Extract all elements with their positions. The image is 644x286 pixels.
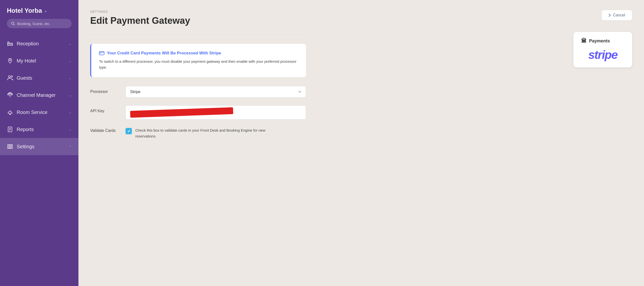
api-key-display[interactable] [126, 106, 306, 120]
validate-label: Validate Cards [90, 128, 120, 133]
search-bar[interactable]: Booking, Guest, etc. [7, 19, 72, 28]
payments-widget: 🏛 Payments stripe [574, 32, 632, 68]
guests-icon [7, 75, 13, 81]
svg-rect-13 [8, 144, 9, 148]
my-hotel-chevron-icon: ⌄ [69, 59, 72, 63]
sidebar-item-settings[interactable]: Settings ⌄ [0, 138, 78, 155]
processor-input-wrap: Stripe Braintree PayPal [126, 86, 306, 98]
svg-line-1 [14, 24, 15, 26]
bank-icon: 🏛 [581, 38, 587, 44]
bed-icon [7, 40, 13, 47]
sidebar-item-room-service[interactable]: Room Service ⌄ [0, 104, 78, 121]
divider [90, 35, 306, 35]
chevron-right-icon [608, 14, 611, 17]
api-key-input-wrap [126, 106, 306, 120]
credit-card-icon [99, 51, 104, 55]
validate-checkbox[interactable]: ✓ [126, 128, 132, 134]
svg-point-6 [9, 94, 11, 96]
payments-header: 🏛 Payments [581, 38, 610, 44]
sidebar-item-reception[interactable]: Reception ⌄ [0, 35, 78, 52]
reception-chevron-icon: ⌄ [69, 42, 72, 46]
api-key-redaction [130, 107, 234, 118]
validate-description: Check this box to validate cards in your… [135, 128, 287, 139]
breadcrumb: SETTINGS [90, 10, 632, 14]
sidebar-item-guests[interactable]: Guests ⌄ [0, 69, 78, 86]
settings-chevron-icon: ⌄ [69, 145, 72, 148]
processor-row: Processor Stripe Braintree PayPal [90, 86, 306, 98]
sidebar-item-my-hotel[interactable]: My Hotel ⌄ [0, 52, 78, 69]
cancel-button[interactable]: Cancel [601, 10, 632, 20]
processor-label: Processor [90, 86, 120, 94]
sidebar-item-reports[interactable]: Reports ⌄ [0, 121, 78, 138]
svg-rect-18 [100, 53, 101, 54]
processor-select[interactable]: Stripe Braintree PayPal [126, 86, 306, 98]
checkmark-icon: ✓ [127, 129, 130, 134]
info-banner: Your Credit Card Payments Will Be Proces… [90, 44, 306, 77]
location-icon [7, 58, 13, 64]
svg-rect-14 [10, 144, 11, 148]
nav-section: Reception ⌄ My Hotel ⌄ [0, 35, 78, 155]
stripe-logo: stripe [588, 48, 618, 62]
validate-cards-row: Validate Cards ✓ Check this box to valid… [90, 128, 306, 139]
info-banner-title: Your Credit Card Payments Will Be Proces… [99, 51, 298, 56]
settings-icon [7, 143, 13, 150]
search-icon [11, 21, 15, 26]
hotel-name[interactable]: Hotel Yorba ⌄ [7, 7, 72, 14]
room-service-icon [7, 109, 13, 116]
svg-point-3 [10, 60, 11, 61]
reports-icon [7, 126, 13, 132]
channel-manager-chevron-icon: ⌄ [69, 93, 72, 97]
channel-icon [7, 92, 13, 98]
sidebar: Hotel Yorba ⌄ Booking, Guest, etc. [0, 0, 78, 286]
guests-chevron-icon: ⌄ [69, 76, 72, 80]
form-section: Processor Stripe Braintree PayPal API Ke… [90, 86, 306, 139]
svg-point-5 [11, 76, 12, 77]
hotel-chevron-icon: ⌄ [44, 9, 47, 13]
room-service-chevron-icon: ⌄ [69, 110, 72, 114]
svg-rect-15 [11, 144, 12, 148]
api-key-row: API Key [90, 106, 306, 120]
sidebar-item-channel-manager[interactable]: Channel Manager ⌄ [0, 86, 78, 104]
info-banner-text: To switch to a different processor, you … [99, 58, 298, 70]
svg-point-0 [12, 22, 14, 24]
reports-chevron-icon: ⌄ [69, 128, 72, 131]
svg-point-4 [8, 76, 10, 78]
api-key-label: API Key [90, 106, 120, 113]
validate-content: ✓ Check this box to validate cards in yo… [126, 128, 306, 139]
main-content: SETTINGS Edit Payment Gateway Your Credi… [78, 0, 644, 286]
page-title: Edit Payment Gateway [90, 16, 632, 26]
